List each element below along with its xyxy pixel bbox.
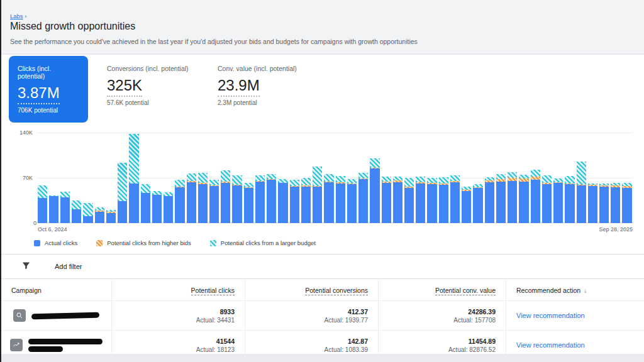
bar-week-41[interactable] — [496, 133, 506, 223]
bar-week-12[interactable] — [164, 133, 173, 223]
bar-segment-actual — [278, 183, 287, 223]
bar-week-19[interactable] — [244, 133, 253, 223]
bar-week-38[interactable] — [462, 133, 471, 223]
bar-week-13[interactable] — [175, 133, 184, 223]
bar-week-33[interactable] — [404, 133, 414, 223]
add-filter-button[interactable]: Add filter — [55, 263, 82, 270]
legend-swatch-higher-bids-icon — [96, 240, 103, 246]
bar-week-31[interactable] — [382, 133, 391, 223]
bar-week-43[interactable] — [519, 133, 528, 223]
bar-segment-actual — [95, 212, 104, 224]
bar-segment-actual — [198, 184, 208, 223]
bar-segment-actual — [336, 184, 345, 223]
campaign-cell — [1, 331, 112, 359]
bar-week-18[interactable] — [232, 133, 242, 223]
bar-week-24[interactable] — [301, 133, 311, 223]
bar-week-29[interactable] — [358, 133, 368, 223]
bar-week-21[interactable] — [267, 133, 276, 223]
bar-week-46[interactable] — [553, 133, 563, 223]
bar-week-36[interactable] — [439, 133, 448, 223]
bar-segment-actual — [508, 181, 517, 223]
bar-segment-larger-budget — [221, 170, 230, 182]
bar-week-15[interactable] — [198, 133, 208, 223]
bar-week-32[interactable] — [393, 133, 402, 223]
bar-week-23[interactable] — [290, 133, 299, 223]
col-header-recommended-action[interactable]: Recommended action↓ — [506, 279, 644, 300]
bar-segment-actual — [301, 187, 311, 223]
bar-week-45[interactable] — [542, 133, 552, 223]
bar-week-11[interactable] — [152, 133, 162, 223]
bar-week-39[interactable] — [473, 133, 482, 223]
bar-week-16[interactable] — [209, 133, 219, 223]
bar-week-27[interactable] — [336, 133, 345, 223]
bar-week-7[interactable] — [106, 133, 116, 223]
bar-week-26[interactable] — [324, 133, 333, 223]
bar-week-10[interactable] — [141, 133, 150, 223]
bar-week-37[interactable] — [450, 133, 460, 223]
bar-segment-larger-budget — [439, 177, 448, 184]
bar-segment-larger-budget — [290, 180, 299, 186]
metric-card-clicks[interactable]: Clicks (incl. potential) 3.87M 706K pote… — [9, 56, 88, 123]
bars — [36, 133, 633, 223]
bar-segment-larger-budget — [542, 175, 552, 183]
col-header-potential-conv-value[interactable]: Potential conv. value — [379, 279, 506, 300]
bar-segment-larger-budget — [496, 174, 506, 179]
breadcrumb-labs-link[interactable]: Labs — [10, 13, 23, 19]
col-header-potential-clicks[interactable]: Potential clicks — [112, 279, 245, 300]
bar-week-9[interactable] — [129, 133, 138, 223]
view-recommendation-link[interactable]: View recommendation — [516, 341, 634, 349]
bar-segment-actual — [611, 187, 620, 223]
bar-week-52[interactable] — [622, 133, 631, 223]
bar-segment-actual — [577, 185, 586, 223]
bar-week-14[interactable] — [187, 133, 196, 223]
bar-week-30[interactable] — [370, 133, 379, 223]
bar-segment-larger-budget — [416, 177, 425, 182]
bar-week-8[interactable] — [118, 133, 127, 223]
metric-label: Conv. value (incl. potential) — [218, 65, 307, 72]
bar-week-6[interactable] — [95, 133, 104, 223]
metric-cards: Clicks (incl. potential) 3.87M 706K pote… — [1, 55, 644, 123]
bar-segment-larger-budget — [129, 134, 138, 184]
bar-week-51[interactable] — [611, 133, 620, 223]
bar-week-3[interactable] — [60, 133, 70, 223]
bar-week-34[interactable] — [416, 133, 425, 223]
bar-week-47[interactable] — [565, 133, 574, 223]
recommended-action-cell: View recommendation — [506, 301, 644, 330]
bar-week-42[interactable] — [508, 133, 517, 223]
bar-segment-larger-budget — [232, 175, 242, 185]
col-header-potential-conversions[interactable]: Potential conversions — [245, 279, 379, 300]
metric-card-conv-value[interactable]: Conv. value (incl. potential) 23.9M 2.3M… — [215, 56, 309, 115]
bar-week-20[interactable] — [255, 133, 265, 223]
sort-descending-icon[interactable]: ↓ — [584, 287, 587, 294]
bar-segment-actual — [462, 191, 471, 223]
view-recommendation-link[interactable]: View recommendation — [516, 312, 634, 319]
bar-week-44[interactable] — [531, 133, 540, 223]
redacted-campaign-name — [31, 312, 99, 319]
bar-week-4[interactable] — [72, 133, 81, 223]
breadcrumb: Labs › — [10, 13, 635, 19]
metric-card-conversions[interactable]: Conversions (incl. potential) 325K 57.6K… — [104, 56, 199, 115]
y-axis-tick-70k: 70K — [10, 175, 33, 181]
bar-week-49[interactable] — [588, 133, 597, 223]
bar-week-17[interactable] — [221, 133, 230, 223]
col-header-campaign[interactable]: Campaign — [1, 279, 112, 300]
bar-week-28[interactable] — [347, 133, 357, 223]
bar-week-48[interactable] — [577, 133, 586, 223]
bar-week-5[interactable] — [83, 133, 92, 223]
metric-label: Conversions (incl. potential) — [107, 65, 196, 72]
bar-week-1[interactable] — [38, 133, 47, 223]
bar-segment-actual — [427, 184, 436, 223]
legend-label: Actual clicks — [45, 239, 77, 246]
bar-week-2[interactable] — [49, 133, 58, 223]
table-row[interactable]: 8933 Actual: 34431 412.37 Actual: 1939.7… — [1, 300, 644, 330]
bar-week-40[interactable] — [485, 133, 494, 223]
bar-week-22[interactable] — [278, 133, 287, 223]
filter-funnel-icon[interactable] — [21, 261, 31, 273]
bar-segment-larger-budget — [175, 180, 184, 187]
bar-segment-actual — [83, 216, 92, 223]
bar-week-35[interactable] — [427, 133, 436, 223]
bar-segment-actual — [439, 185, 448, 223]
bar-week-50[interactable] — [599, 133, 609, 223]
table-row[interactable]: 41544 Actual: 18123 142.87 Actual: 1083.… — [1, 330, 644, 359]
bar-week-25[interactable] — [313, 133, 322, 223]
